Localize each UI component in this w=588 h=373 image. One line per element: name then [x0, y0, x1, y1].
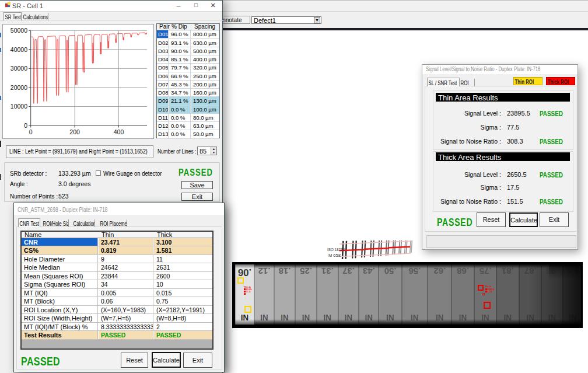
- svg-text:M 658: M 658: [328, 253, 341, 258]
- svg-text:0: 0: [29, 128, 33, 135]
- svg-text:ISO 18232: ISO 18232: [327, 247, 345, 252]
- svg-text:400: 400: [114, 128, 124, 135]
- svg-text:200: 200: [69, 128, 80, 135]
- svg-text:30000: 30000: [10, 65, 27, 72]
- svg-text:0: 0: [24, 122, 27, 129]
- svg-text:50000: 50000: [10, 27, 27, 34]
- svg-text:10000: 10000: [10, 103, 27, 110]
- svg-text:20000: 20000: [10, 84, 27, 91]
- svg-text:40000: 40000: [10, 46, 27, 53]
